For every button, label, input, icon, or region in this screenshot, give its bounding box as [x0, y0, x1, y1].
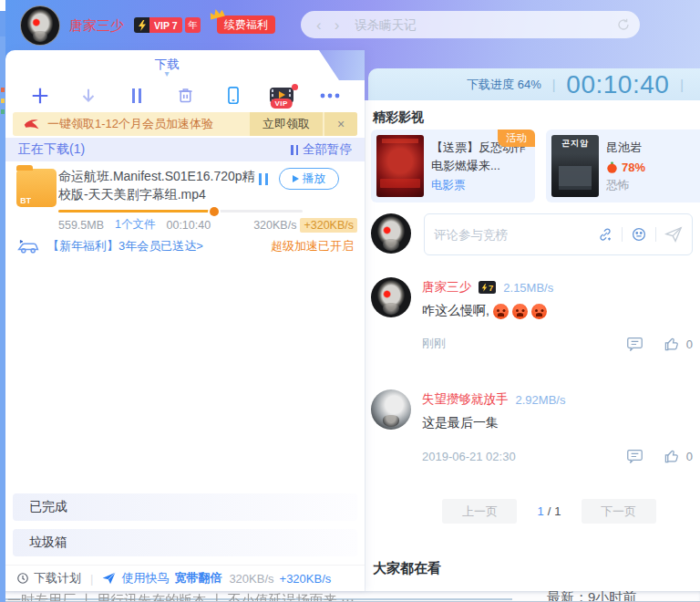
- download-progress-header: 下载进度 64% | 00:10:40 |: [368, 68, 700, 100]
- background-sliver-pixel: [1, 88, 5, 92]
- search-bar[interactable]: ‹ ›: [301, 11, 640, 38]
- comment-input-row: [371, 213, 693, 257]
- like-icon[interactable]: [664, 448, 681, 464]
- delete-button[interactable]: [161, 86, 210, 105]
- reply-icon[interactable]: [626, 449, 643, 464]
- movie-card[interactable]: 곤지암 昆池岩 78% 恐怖: [546, 130, 700, 202]
- attach-link-icon[interactable]: [597, 226, 613, 243]
- page-separator: /: [548, 504, 551, 518]
- bt-folder-icon: BT: [16, 169, 57, 207]
- remaining-time: 00:10:40: [566, 70, 669, 99]
- like-count: 0: [686, 337, 693, 351]
- comment-input-box[interactable]: [424, 213, 693, 255]
- comment-item: 唐家三少 7 2.15MB/s 咋这么慢啊, 刚刚: [371, 277, 693, 368]
- next-page-button[interactable]: 下一页: [582, 499, 656, 524]
- statusbar-speed: 320KB/s: [229, 572, 273, 586]
- new-task-button[interactable]: [16, 86, 65, 106]
- back-icon[interactable]: ‹: [310, 17, 328, 33]
- vip-badge[interactable]: VIP 7: [134, 17, 182, 33]
- background-partial-text: 一时专用厂 丨 用行讯先在的版本 丨 不小值延误场面来 ⋯: [7, 592, 355, 602]
- sidebar-item-completed[interactable]: 已完成: [13, 493, 357, 521]
- task-file-count[interactable]: 1个文件: [115, 217, 155, 233]
- user-avatar: [371, 213, 411, 254]
- download-task-row[interactable]: BT 命运航班.Manifest.S01E16.720p精校版-天天美剧字幕组.…: [5, 161, 365, 233]
- emoji-icon[interactable]: [631, 226, 647, 243]
- total-pages: 1: [554, 504, 561, 518]
- commenter-name[interactable]: 失望攒够就放手: [422, 391, 509, 408]
- user-avatar[interactable]: [20, 5, 60, 46]
- task-progress-knob[interactable]: [210, 207, 219, 216]
- background-latest-label: 最新：9小时前: [547, 591, 636, 602]
- movie-rating: 78%: [622, 161, 645, 174]
- tomato-icon: [606, 161, 618, 173]
- speedup-link[interactable]: 使用快鸟: [121, 570, 169, 586]
- search-input[interactable]: [345, 18, 616, 32]
- watching-section-title: 大家都在看: [373, 560, 441, 577]
- claim-now-button[interactable]: 立即领取: [250, 112, 323, 136]
- divider: |: [87, 572, 97, 586]
- commenter-avatar[interactable]: [371, 277, 411, 317]
- task-stats: 559.5MB 1个文件 00:10:40 320KB/s +320KB/s: [58, 217, 357, 233]
- movies-section-title: 精彩影视: [373, 109, 424, 126]
- download-panel: 下载 ▾: [5, 50, 365, 591]
- year-vip-badge[interactable]: 年: [185, 17, 201, 33]
- commenter-avatar[interactable]: [371, 389, 411, 430]
- start-download-button[interactable]: [65, 86, 113, 106]
- comment-text: 咋这么慢啊,: [422, 303, 489, 319]
- divider: |: [541, 78, 567, 92]
- pause-all-label: 全部暂停: [303, 141, 352, 158]
- commenter-speed: 2.92MB/s: [516, 393, 566, 407]
- refresh-icon[interactable]: [616, 17, 631, 32]
- movie-title[interactable]: 昆池岩: [606, 139, 645, 157]
- vip-cinema-button[interactable]: VIP: [257, 88, 305, 103]
- pause-all-button[interactable]: 全部暂停: [291, 141, 352, 158]
- progress-percent-label: 下载进度 64%: [467, 77, 541, 93]
- bt-type-label: BT: [20, 196, 31, 205]
- more-button[interactable]: [305, 92, 354, 99]
- task-size: 559.5MB: [58, 219, 104, 232]
- movie-poster[interactable]: 곤지암: [551, 135, 599, 197]
- poster-title-text: 곤지암: [551, 138, 599, 150]
- like-count: 0: [686, 450, 693, 463]
- comment-input[interactable]: [434, 228, 597, 242]
- bandwidth-double-link[interactable]: 宽带翻倍: [174, 570, 221, 586]
- new-year-benefit-link[interactable]: 【新年福利】3年会员已送达>: [47, 238, 263, 254]
- renew-benefit-label: 续费福利: [224, 17, 268, 33]
- vip-level-label: VIP 7: [149, 17, 182, 33]
- promo-banner: 一键领取1-12个月会员加速体验 立即领取 ×: [13, 112, 357, 136]
- task-filename[interactable]: 命运航班.Manifest.S01E16.720p精校版-天天美剧字幕组.mp4: [58, 167, 257, 204]
- renew-benefit-button[interactable]: 续费福利: [217, 16, 275, 34]
- community-panel: 精彩影视 【送票】反恐动作电影燃爆来... 电影票 活动 곤지암 昆池岩: [365, 100, 700, 591]
- send-to-phone-button[interactable]: [209, 86, 257, 106]
- movie-poster[interactable]: [376, 135, 424, 197]
- forward-icon[interactable]: ›: [328, 17, 346, 33]
- movie-ticket-link[interactable]: 电影票: [431, 178, 530, 193]
- send-comment-icon[interactable]: [664, 226, 683, 243]
- commenter-speed: 2.15MB/s: [503, 281, 553, 295]
- pause-icon: [291, 145, 298, 155]
- task-speed: 320KB/s: [253, 219, 296, 232]
- prev-page-button[interactable]: 上一页: [442, 499, 517, 524]
- reply-icon[interactable]: [626, 337, 643, 352]
- like-icon[interactable]: [664, 336, 681, 352]
- download-plan-button[interactable]: 下载计划: [16, 570, 81, 586]
- close-icon[interactable]: ×: [324, 112, 357, 136]
- movie-card[interactable]: 【送票】反恐动作电影燃爆来... 电影票 活动: [371, 130, 535, 202]
- pause-button[interactable]: [113, 87, 161, 105]
- comment-time: 2019-06-21 02:30: [422, 450, 626, 463]
- play-button[interactable]: 播放: [279, 168, 339, 190]
- username[interactable]: 唐家三少: [69, 17, 124, 35]
- toolbar: VIP: [5, 80, 365, 110]
- background-window-edge: [0, 0, 5, 602]
- commenter-name[interactable]: 唐家三少: [422, 279, 471, 296]
- task-progress-fill: [58, 210, 215, 213]
- vip-level-number: 7: [489, 283, 493, 293]
- car-icon: [16, 239, 40, 254]
- statusbar-boost-speed: +320KB/s: [280, 572, 332, 586]
- task-pause-icon[interactable]: [259, 172, 272, 189]
- comment-item: 失望攒够就放手 2.92MB/s 这是最后一集 2019-06-21 02:30: [371, 389, 693, 481]
- sidebar-item-trash[interactable]: 垃圾箱: [13, 529, 357, 556]
- downloading-section-header: 正在下载(1) 全部暂停: [5, 138, 365, 161]
- current-page: 1: [537, 504, 543, 518]
- movie-cards: 【送票】反恐动作电影燃爆来... 电影票 活动 곤지암 昆池岩 78%: [371, 130, 700, 202]
